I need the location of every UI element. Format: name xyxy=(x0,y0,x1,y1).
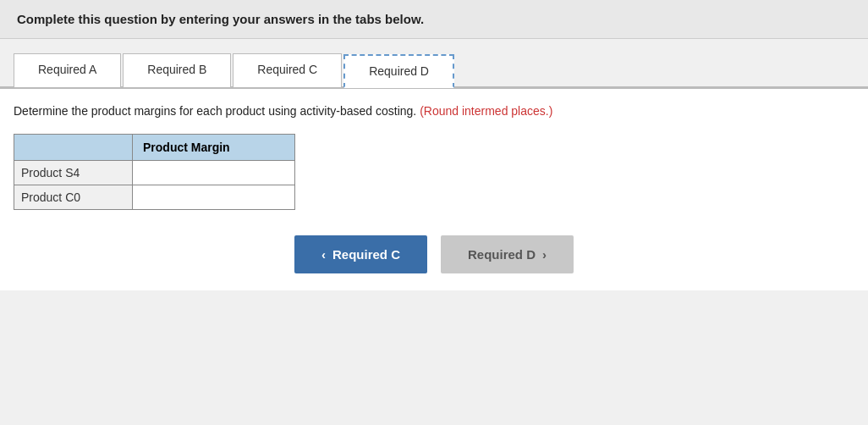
prev-label: Required C xyxy=(332,247,400,262)
product-s4-input-cell[interactable] xyxy=(133,161,295,185)
next-label: Required D xyxy=(468,247,536,262)
next-icon: › xyxy=(542,247,547,262)
next-button[interactable]: Required D › xyxy=(441,235,574,273)
product-margin-header: Product Margin xyxy=(133,135,295,161)
instruction-red-text: (Round intermed places.) xyxy=(420,104,552,118)
buttons-row: ‹ Required C Required D › xyxy=(14,235,854,273)
header-bar: Complete this question by entering your … xyxy=(0,0,868,39)
header-instruction: Complete this question by entering your … xyxy=(17,12,851,26)
tab-required-a[interactable]: Required A xyxy=(14,53,121,87)
prev-button[interactable]: ‹ Required C xyxy=(294,235,427,273)
product-s4-input[interactable] xyxy=(133,161,294,185)
tab-required-b[interactable]: Required B xyxy=(123,53,231,87)
product-margin-table: Product Margin Product S4 Product C0 xyxy=(14,134,295,210)
product-c0-input[interactable] xyxy=(133,185,294,209)
tab-required-c[interactable]: Required C xyxy=(233,53,342,87)
empty-header xyxy=(14,135,133,161)
product-c0-input-cell[interactable] xyxy=(133,185,295,210)
tab-required-d[interactable]: Required D xyxy=(343,54,454,88)
table-row: Product C0 xyxy=(14,185,295,210)
content-area: Determine the product margins for each p… xyxy=(0,88,868,290)
table-row: Product S4 xyxy=(14,161,295,185)
tabs-area: Required A Required B Required C Require… xyxy=(0,39,868,88)
prev-icon: ‹ xyxy=(321,247,326,262)
content-instruction: Determine the product margins for each p… xyxy=(14,102,854,120)
product-c0-label: Product C0 xyxy=(14,185,133,210)
instruction-normal-text: Determine the product margins for each p… xyxy=(14,104,416,118)
product-s4-label: Product S4 xyxy=(14,161,133,185)
